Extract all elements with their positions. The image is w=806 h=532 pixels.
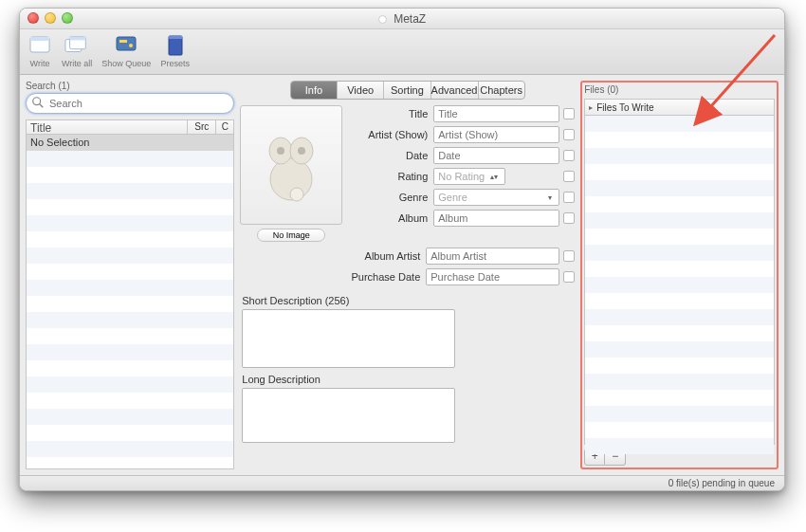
zoom-window-button[interactable] — [62, 12, 73, 24]
files-heading: Files (0) — [584, 84, 775, 95]
write-all-button[interactable]: Write all — [62, 33, 92, 68]
queue-icon — [114, 33, 138, 58]
short-desc-field[interactable] — [242, 309, 455, 368]
svg-rect-5 — [117, 37, 136, 50]
svg-rect-1 — [30, 37, 49, 41]
col-src[interactable]: Src — [188, 120, 216, 134]
svg-point-15 — [277, 147, 284, 155]
search-panel: Search (1) Title Src C No Selection — [26, 81, 234, 469]
album-field[interactable] — [433, 210, 559, 227]
rating-value: No Rating — [438, 171, 485, 182]
long-desc-label: Long Description — [242, 374, 575, 385]
minimize-window-button[interactable] — [45, 12, 56, 24]
window-title-text: MetaZ — [394, 12, 426, 26]
tab-chapters[interactable]: Chapters — [479, 82, 524, 99]
tab-advanced[interactable]: Advanced — [431, 82, 479, 99]
search-icon — [31, 96, 45, 109]
long-desc-field[interactable] — [242, 388, 455, 443]
svg-rect-4 — [70, 37, 86, 41]
presets-label: Presets — [160, 59, 190, 68]
col-c[interactable]: C — [216, 120, 233, 134]
search-field-wrap — [26, 93, 234, 114]
album-artist-label: Album Artist — [240, 250, 426, 262]
genre-value: Genre — [438, 192, 467, 203]
status-bar: 0 file(s) pending in queue — [20, 475, 784, 490]
disclosure-triangle-icon[interactable]: ▸ — [589, 103, 593, 112]
title-field[interactable] — [433, 105, 559, 122]
close-window-button[interactable] — [27, 12, 39, 24]
title-bar: MetaZ — [20, 9, 784, 29]
svg-point-10 — [33, 98, 41, 105]
artwork-placeholder-icon — [258, 122, 324, 208]
write-all-label: Write all — [62, 59, 92, 68]
rating-select[interactable]: No Rating▴▾ — [433, 168, 505, 185]
content-area: Search (1) Title Src C No Selection — [20, 75, 784, 475]
write-label: Write — [30, 59, 50, 68]
genre-checkbox[interactable] — [563, 192, 575, 203]
rating-label: Rating — [352, 171, 433, 182]
album-label: Album — [352, 212, 433, 224]
files-to-write-label: Files To Write — [596, 102, 653, 113]
traffic-lights — [27, 12, 73, 24]
svg-line-11 — [40, 104, 44, 108]
files-to-write-header[interactable]: ▸ Files To Write — [585, 100, 774, 116]
title-checkbox[interactable] — [563, 108, 575, 119]
tab-sorting[interactable]: Sorting — [384, 82, 430, 99]
date-checkbox[interactable] — [563, 150, 575, 161]
purchase-date-label: Purchase Date — [240, 271, 426, 283]
album-artist-field[interactable] — [426, 248, 559, 265]
chevron-down-icon: ▾ — [545, 193, 555, 202]
toolbar: Write Write all Show Queue Presets — [20, 29, 784, 75]
date-label: Date — [352, 150, 433, 161]
search-list-header: Title Src C — [26, 119, 234, 135]
show-queue-label: Show Queue — [101, 59, 151, 68]
artist-show-field[interactable] — [433, 126, 559, 143]
col-title[interactable]: Title — [27, 120, 188, 134]
write-all-icon — [64, 33, 89, 58]
search-results-list[interactable]: No Selection — [26, 135, 234, 469]
album-artist-checkbox[interactable] — [563, 250, 575, 262]
files-list[interactable]: ▸ Files To Write — [584, 99, 775, 445]
svg-point-7 — [129, 44, 133, 47]
editor-panel: Info Video Sorting Advanced Chapters — [240, 81, 575, 469]
album-checkbox[interactable] — [563, 212, 575, 224]
title-label: Title — [352, 108, 433, 119]
svg-point-16 — [298, 147, 305, 155]
artist-show-checkbox[interactable] — [563, 129, 575, 140]
document-proxy-icon — [378, 15, 387, 24]
write-button[interactable]: Write — [27, 33, 52, 68]
app-window: MetaZ Write Write all Show Queue P — [19, 8, 785, 491]
short-desc-label: Short Description (256) — [242, 295, 575, 306]
files-panel-highlight: Files (0) ▸ Files To Write + − — [580, 81, 779, 469]
genre-select[interactable]: Genre▾ — [433, 189, 559, 206]
svg-rect-9 — [169, 36, 182, 39]
artwork-well[interactable] — [240, 105, 342, 225]
chevron-updown-icon: ▴▾ — [487, 173, 501, 181]
search-input[interactable] — [26, 93, 234, 114]
show-queue-button[interactable]: Show Queue — [101, 33, 151, 68]
artist-show-label: Artist (Show) — [352, 129, 433, 140]
editor-tabs: Info Video Sorting Advanced Chapters — [290, 81, 525, 100]
no-image-button[interactable]: No Image — [257, 229, 325, 242]
svg-rect-6 — [119, 40, 127, 43]
tab-info[interactable]: Info — [291, 82, 338, 99]
search-heading: Search (1) — [26, 81, 234, 91]
purchase-date-field[interactable] — [426, 268, 559, 285]
presets-button[interactable]: Presets — [160, 33, 190, 68]
write-icon — [27, 33, 52, 58]
status-text: 0 file(s) pending in queue — [669, 478, 775, 488]
date-field[interactable] — [433, 147, 559, 164]
presets-icon — [163, 33, 188, 58]
svg-point-17 — [290, 188, 303, 201]
tab-video[interactable]: Video — [338, 82, 384, 99]
no-selection-row[interactable]: No Selection — [27, 135, 233, 151]
purchase-date-checkbox[interactable] — [563, 271, 575, 283]
genre-label: Genre — [352, 192, 433, 203]
rating-checkbox[interactable] — [563, 171, 575, 182]
window-title: MetaZ — [20, 9, 784, 29]
